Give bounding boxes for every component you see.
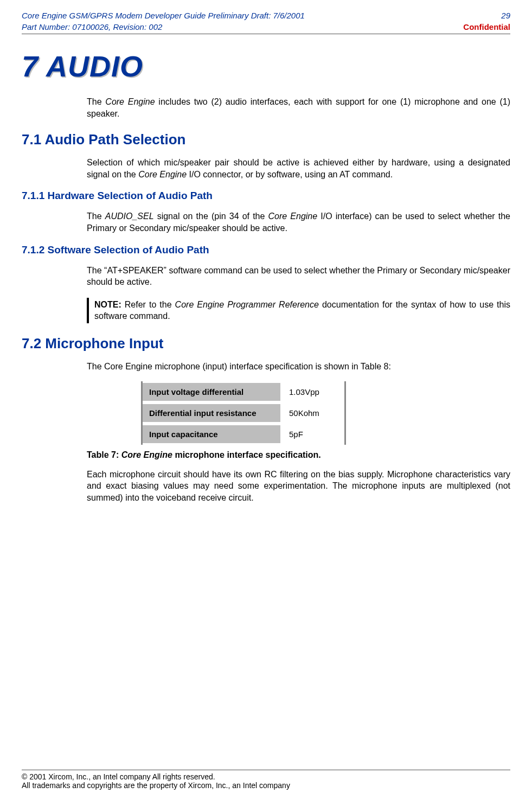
text: The xyxy=(87,97,105,106)
section-7-1-paragraph: Selection of which mic/speaker pair shou… xyxy=(87,157,510,180)
spec-label: Input voltage differential xyxy=(143,381,280,402)
section-7-1-title: 7.1 Audio Path Selection xyxy=(22,131,510,148)
section-7-1-1-title: 7.1.1 Hardware Selection of Audio Path xyxy=(22,190,510,202)
table-caption: Table 7: Core Engine microphone interfac… xyxy=(87,450,510,460)
reference-doc: Core Engine Programmer Reference xyxy=(175,300,319,309)
table-row: Differential input resistance 50Kohm xyxy=(143,402,344,424)
text: signal on the (pin 34 of the xyxy=(154,212,268,221)
product-name: Core Engine xyxy=(121,450,172,459)
section-7-2-paragraph-1: The Core Engine microphone (input) inter… xyxy=(87,361,510,373)
table-row: Input voltage differential 1.03Vpp xyxy=(143,381,344,402)
part-number: Part Number: 07100026, Revision: 002 xyxy=(22,21,305,33)
note-label: NOTE: xyxy=(94,300,121,309)
page-footer: © 2001 Xircom, Inc., an Intel company Al… xyxy=(22,766,510,790)
caption-suffix: microphone interface specification. xyxy=(172,450,321,459)
spec-value: 1.03Vpp xyxy=(280,381,344,402)
spec-label: Input capacitance xyxy=(143,424,280,445)
section-7-2-paragraph-2: Each microphone circuit should have its … xyxy=(87,469,510,504)
mic-spec-table: Input voltage differential 1.03Vpp Diffe… xyxy=(141,381,346,445)
spec-value: 50Kohm xyxy=(280,402,344,424)
header-right: 29 Confidential xyxy=(463,10,510,33)
page-number: 29 xyxy=(463,10,510,21)
signal-name: AUDIO_SEL xyxy=(105,212,154,221)
copyright-line: © 2001 Xircom, Inc., an Intel company Al… xyxy=(22,772,510,781)
product-name: Core Engine xyxy=(105,97,155,106)
product-name: Core Engine xyxy=(268,212,318,221)
doc-title: Core Engine GSM/GPRS Modem Developer Gui… xyxy=(22,10,305,21)
text: The xyxy=(87,212,105,221)
intro-paragraph: The Core Engine includes two (2) audio i… xyxy=(87,96,510,119)
confidential-label: Confidential xyxy=(463,21,510,33)
chapter-title: 7 AUDIO xyxy=(22,49,510,83)
text: I/O connector, or by software, using an … xyxy=(187,170,393,179)
product-name: Core Engine xyxy=(138,170,187,179)
trademark-line: All trademarks and copyrights are the pr… xyxy=(22,781,510,790)
text: Refer to the xyxy=(121,300,175,309)
section-7-1-1-paragraph: The AUDIO_SEL signal on the (pin 34 of t… xyxy=(87,210,510,234)
running-header: Core Engine GSM/GPRS Modem Developer Gui… xyxy=(22,10,510,33)
header-left: Core Engine GSM/GPRS Modem Developer Gui… xyxy=(22,10,305,33)
note-box: NOTE: Refer to the Core Engine Programme… xyxy=(87,298,510,323)
table-row: Input capacitance 5pF xyxy=(143,424,344,445)
footer-rule xyxy=(22,770,510,770)
section-7-2-title: 7.2 Microphone Input xyxy=(22,335,510,352)
page: Core Engine GSM/GPRS Modem Developer Gui… xyxy=(0,0,532,806)
caption-prefix: Table 7: xyxy=(87,450,121,459)
spec-value: 5pF xyxy=(280,424,344,445)
header-rule xyxy=(22,34,510,34)
spec-label: Differential input resistance xyxy=(143,402,280,424)
section-7-1-2-paragraph: The “AT+SPEAKER” software command can be… xyxy=(87,265,510,288)
section-7-1-2-title: 7.1.2 Software Selection of Audio Path xyxy=(22,244,510,256)
